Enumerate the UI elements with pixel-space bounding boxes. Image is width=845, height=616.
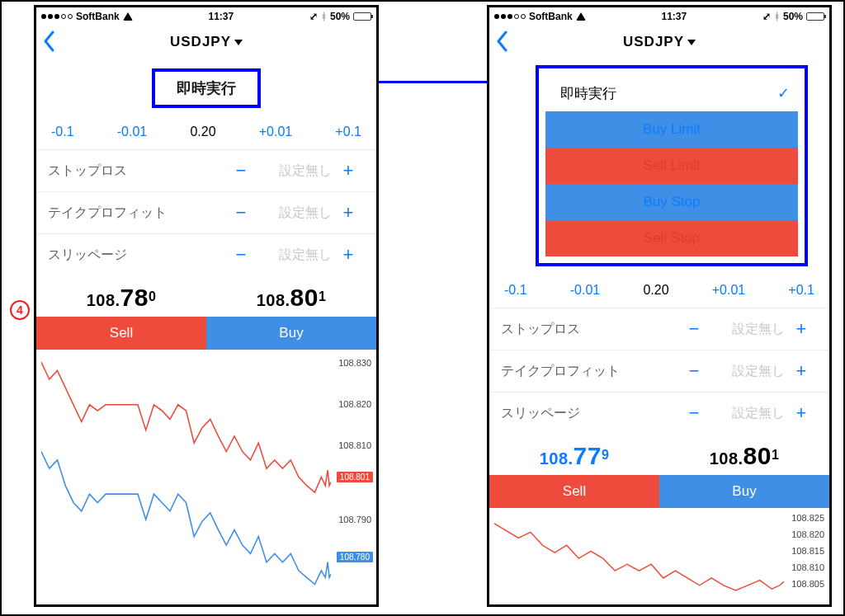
- slippage-minus[interactable]: −: [677, 402, 710, 424]
- slippage-label: スリッページ: [501, 405, 677, 422]
- buy-price: 108.801: [257, 284, 327, 312]
- stoploss-minus[interactable]: −: [677, 318, 710, 340]
- grid-label: 108.810: [338, 440, 371, 450]
- slippage-plus[interactable]: +: [785, 402, 818, 424]
- buy-button[interactable]: Buy: [206, 317, 376, 350]
- bluetooth-icon: ᚼ: [774, 11, 780, 22]
- price-row: 108.779 108.801: [489, 434, 829, 475]
- volume-minus-0_1[interactable]: -0.1: [504, 283, 527, 298]
- wifi-icon: [576, 12, 586, 21]
- takeprofit-value[interactable]: 設定無し: [710, 363, 785, 380]
- status-time: 11:37: [661, 11, 687, 22]
- takeprofit-minus[interactable]: −: [677, 360, 710, 382]
- slippage-value[interactable]: 設定無し: [257, 247, 332, 264]
- symbol-label: USDJPY: [623, 34, 684, 50]
- takeprofit-label: テイクプロフィット: [48, 205, 224, 222]
- status-bar: SoftBank 11:37 ⤢ ᚼ 50%: [489, 7, 829, 26]
- status-time: 11:37: [208, 11, 234, 22]
- buy-price: 108.801: [710, 442, 780, 470]
- sell-price: 108.780: [87, 284, 157, 312]
- grid-label: 108.820: [791, 529, 824, 539]
- ask-price-tag: 108.801: [337, 472, 373, 482]
- slippage-plus[interactable]: +: [332, 244, 365, 266]
- slippage-value[interactable]: 設定無し: [710, 405, 785, 422]
- sell-button[interactable]: Sell: [489, 475, 659, 508]
- takeprofit-plus[interactable]: +: [785, 360, 818, 382]
- diagram: 1 2 3 4 SoftBank 11:37 ⤢ ᚼ 50%: [0, 0, 845, 616]
- battery-icon: [806, 12, 824, 21]
- volume-plus-0_01[interactable]: +0.01: [712, 283, 745, 298]
- grid-label: 108.825: [791, 513, 824, 523]
- carrier-label: SoftBank: [76, 11, 120, 22]
- carrier-label: SoftBank: [529, 11, 573, 22]
- order-type-selector[interactable]: 即時実行: [152, 68, 261, 108]
- symbol-label: USDJPY: [170, 34, 231, 50]
- takeprofit-plus[interactable]: +: [332, 202, 365, 223]
- stoploss-value[interactable]: 設定無し: [257, 162, 332, 180]
- order-type-menu: 即時実行✓ Buy Limit Sell Limit Buy Stop Sell…: [536, 65, 808, 266]
- volume-plus-0_1[interactable]: +0.1: [788, 283, 814, 298]
- status-bar: SoftBank 11:37 ⤢ ᚼ 50%: [36, 7, 376, 26]
- slippage-label: スリッページ: [48, 247, 224, 264]
- grid-label: 108.790: [338, 515, 371, 524]
- stoploss-label: ストップロス: [501, 321, 677, 338]
- grid-label: 108.810: [791, 562, 824, 572]
- orientation-lock-icon: ⤢: [762, 11, 771, 22]
- stoploss-plus[interactable]: +: [785, 318, 818, 340]
- order-type-instant[interactable]: 即時実行✓: [545, 75, 798, 111]
- volume-plus-0_1[interactable]: +0.1: [335, 125, 361, 139]
- chevron-down-icon: [687, 40, 696, 45]
- order-type-sell-limit[interactable]: Sell Limit: [545, 148, 798, 184]
- signal-dots-icon: [41, 14, 73, 19]
- grid-label: 108.830: [338, 358, 371, 368]
- order-type-sell-stop[interactable]: Sell Stop: [545, 220, 798, 256]
- tick-chart: 108.825 108.820 108.815 108.810 108.805: [489, 508, 829, 604]
- volume-minus-0_01[interactable]: -0.01: [117, 125, 147, 139]
- takeprofit-label: テイクプロフィット: [501, 363, 677, 380]
- grid-label: 108.815: [791, 546, 824, 556]
- back-button[interactable]: [43, 31, 59, 54]
- back-button[interactable]: [496, 31, 512, 54]
- takeprofit-minus[interactable]: −: [224, 202, 257, 223]
- order-header: USDJPY: [489, 26, 829, 59]
- bid-price-tag: 108.780: [337, 552, 373, 562]
- volume-plus-0_01[interactable]: +0.01: [259, 125, 292, 139]
- stoploss-value[interactable]: 設定無し: [710, 321, 785, 338]
- volume-stepper: -0.1 -0.01 0.20 +0.01 +0.1: [36, 115, 376, 149]
- slippage-minus[interactable]: −: [224, 244, 257, 266]
- tick-chart-svg: [494, 516, 784, 596]
- symbol-selector[interactable]: USDJPY: [623, 34, 696, 50]
- stoploss-row: ストップロス − 設定無し +: [489, 308, 829, 350]
- volume-minus-0_01[interactable]: -0.01: [570, 283, 600, 298]
- annotation-4: 4: [8, 299, 31, 322]
- phone-right: SoftBank 11:37 ⤢ ᚼ 50% USDJPY 即時実行✓: [487, 5, 832, 607]
- sell-price: 108.779: [540, 442, 610, 470]
- sell-button[interactable]: Sell: [36, 317, 206, 350]
- phone-left: SoftBank 11:37 ⤢ ᚼ 50% USDJPY 即時実行: [34, 5, 379, 607]
- takeprofit-row: テイクプロフィット − 設定無し +: [489, 350, 829, 392]
- volume-minus-0_1[interactable]: -0.1: [51, 125, 74, 139]
- symbol-selector[interactable]: USDJPY: [170, 34, 243, 50]
- volume-value[interactable]: 0.20: [190, 125, 215, 139]
- order-type-buy-limit[interactable]: Buy Limit: [545, 111, 798, 148]
- slippage-row: スリッページ − 設定無し +: [36, 233, 376, 275]
- wifi-icon: [123, 12, 133, 21]
- check-icon: ✓: [777, 84, 790, 102]
- tick-chart: 108.830 108.820 108.810 108.790 108.801 …: [36, 350, 376, 604]
- grid-label: 108.820: [338, 399, 371, 409]
- buy-sell-row: Sell Buy: [489, 475, 829, 508]
- order-type-buy-stop[interactable]: Buy Stop: [545, 184, 798, 220]
- battery-pct: 50%: [330, 11, 350, 22]
- order-header: USDJPY: [36, 26, 376, 59]
- stoploss-label: ストップロス: [48, 162, 224, 180]
- volume-value[interactable]: 0.20: [643, 283, 668, 298]
- buy-button[interactable]: Buy: [659, 475, 829, 508]
- stoploss-minus[interactable]: −: [224, 160, 257, 181]
- buy-sell-row: Sell Buy: [36, 317, 376, 350]
- orientation-lock-icon: ⤢: [309, 11, 318, 22]
- battery-icon: [353, 12, 371, 21]
- stoploss-plus[interactable]: +: [332, 160, 365, 181]
- takeprofit-value[interactable]: 設定無し: [257, 205, 332, 222]
- takeprofit-row: テイクプロフィット − 設定無し +: [36, 191, 376, 233]
- price-row: 108.780 108.801: [36, 275, 376, 317]
